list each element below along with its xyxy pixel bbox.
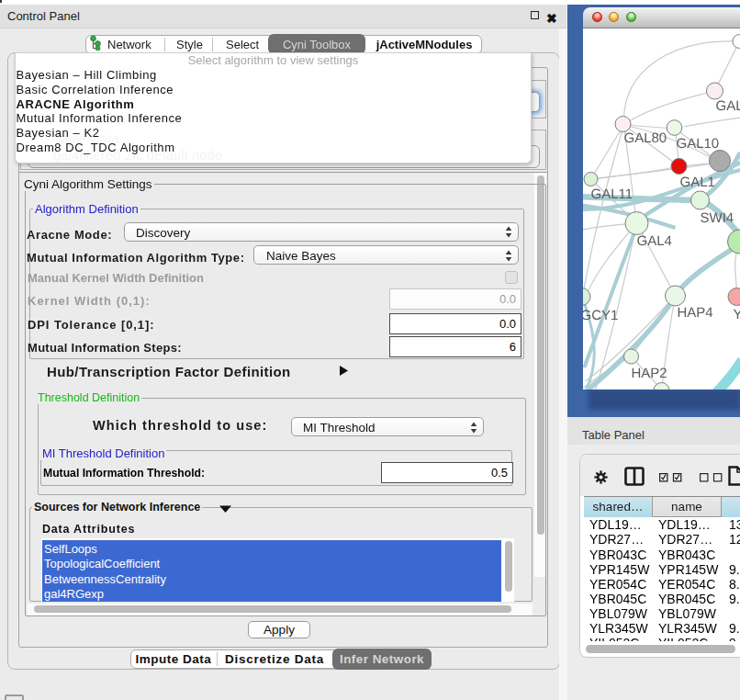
svg-text:Y: Y [733, 307, 740, 322]
svg-text:GAL11: GAL11 [590, 186, 633, 202]
svg-text:GAL4: GAL4 [636, 233, 671, 249]
svg-text:GCY1: GCY1 [583, 308, 618, 323]
svg-text:SWI4: SWI4 [700, 210, 734, 226]
svg-text:GAL80: GAL80 [623, 130, 667, 146]
svg-text:GAL: GAL [715, 98, 740, 114]
svg-text:GAL10: GAL10 [676, 136, 719, 152]
svg-text:GAL1: GAL1 [679, 175, 714, 190]
svg-text:HAP2: HAP2 [631, 366, 667, 381]
svg-text:HAP4: HAP4 [677, 305, 712, 321]
